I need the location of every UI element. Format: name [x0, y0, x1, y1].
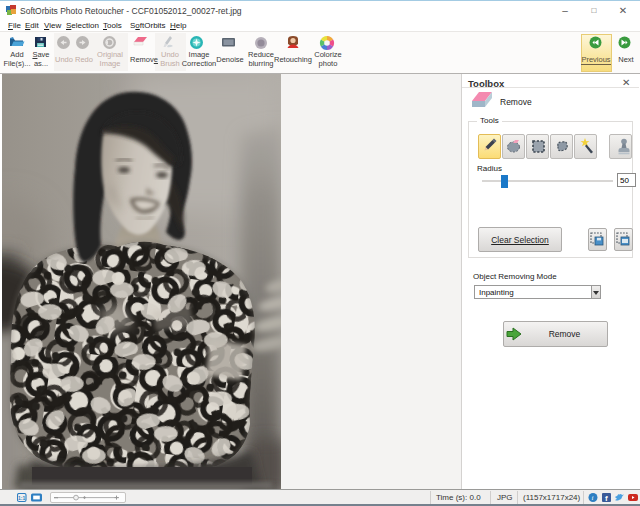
svg-text:i: i: [592, 494, 594, 502]
svg-text:1:1: 1:1: [18, 495, 25, 501]
svg-text:f: f: [605, 494, 608, 503]
